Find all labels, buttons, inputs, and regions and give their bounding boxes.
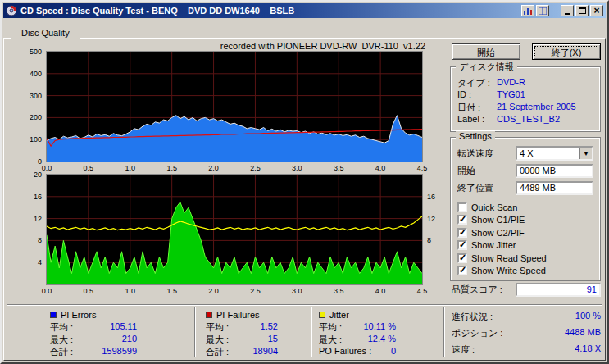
end-position-label: 終了位置 bbox=[457, 182, 493, 194]
settings-title: Settings bbox=[456, 131, 495, 141]
grid-icon bbox=[539, 7, 547, 15]
disc-info-row: ID : TYG01 bbox=[457, 89, 593, 102]
checkbox-label: Show C1/PIE bbox=[471, 215, 525, 225]
check-icon: ✓ bbox=[459, 227, 466, 238]
start-position-input[interactable]: 0000 MB bbox=[516, 164, 593, 178]
disc-info-group: ディスク情報 タイプ : DVD-R ID : TYG01 日付 : 21 Se… bbox=[450, 66, 601, 132]
checkbox-show-jitter[interactable]: ✓ Show Jitter bbox=[457, 239, 600, 253]
end-position-row: 終了位置 4489 MB bbox=[457, 181, 593, 195]
stat-label: 最大 : bbox=[319, 334, 342, 346]
disc-info-rows: タイプ : DVD-R ID : TYG01 日付 : 21 September… bbox=[451, 67, 600, 126]
checkbox-show-c2-pif[interactable]: ✓ Show C2/PIF bbox=[457, 226, 600, 239]
speed-setting-row: 転送速度 4 X ▼ bbox=[457, 146, 593, 161]
settings-group: Settings 転送速度 4 X ▼ 開始 0000 MB 終了位置 4489… bbox=[450, 137, 601, 281]
start-position-label: 開始 bbox=[457, 165, 475, 177]
stat-row: 平均 : 105.11 bbox=[50, 321, 137, 334]
control-panel: 開始 終了(X) ディスク情報 タイプ : DVD-R ID : TYG01 日… bbox=[448, 39, 602, 360]
graph-view-button[interactable] bbox=[521, 5, 534, 16]
stat-value: 12.4 % bbox=[368, 334, 396, 346]
window-title: CD Speed : Disc Quality Test - BENQ DVD … bbox=[20, 6, 518, 16]
action-buttons: 開始 終了(X) bbox=[452, 43, 601, 60]
content-panel: recorded with PIONEER DVD-RW DVR-110 v1.… bbox=[3, 38, 606, 361]
checkbox-label: Show Jitter bbox=[471, 240, 516, 250]
stat-label: 合計 : bbox=[50, 346, 73, 358]
check-icon: ✓ bbox=[459, 239, 466, 250]
pi-errors-y-axis-right bbox=[425, 52, 443, 162]
pi-errors-x-axis: 0.00.51.01.52.02.53.03.54.04.5 bbox=[47, 164, 422, 174]
end-position-input[interactable]: 4489 MB bbox=[516, 181, 593, 195]
disc-date-value: 21 September 2005 bbox=[497, 102, 576, 114]
bar-chart-icon bbox=[524, 7, 532, 15]
stat-label: PO Failures : bbox=[319, 346, 371, 358]
titlebar[interactable]: CD Speed : Disc Quality Test - BENQ DVD … bbox=[3, 3, 606, 18]
stat-value: 0 bbox=[391, 346, 396, 358]
pi-failures-plot bbox=[47, 175, 422, 284]
recorded-with-label: recorded with PIONEER DVD-RW DVR-110 v1.… bbox=[6, 41, 425, 51]
quality-score-value: 91 bbox=[516, 283, 601, 297]
pi-errors-swatch bbox=[50, 312, 57, 318]
checkbox-box[interactable]: ✓ bbox=[457, 202, 467, 212]
position-row: ポジション : 4488 MB bbox=[452, 327, 601, 342]
speed-selected-value: 4 X bbox=[517, 148, 579, 159]
pi-errors-plot bbox=[47, 52, 422, 162]
start-position-row: 開始 0000 MB bbox=[457, 164, 593, 178]
stat-label: 最大 : bbox=[206, 334, 229, 346]
stat-value: 1598599 bbox=[102, 346, 137, 358]
progress-label: 進行状況 : bbox=[452, 311, 493, 325]
disc-info-row: タイプ : DVD-R bbox=[457, 77, 593, 89]
checkbox-box[interactable]: ✓ bbox=[457, 253, 467, 263]
speed-readout-value: 4.18 X bbox=[575, 344, 601, 358]
checkbox-show-c1-pie[interactable]: ✓ Show C1/PIE bbox=[457, 214, 600, 227]
stat-value: 15 bbox=[268, 334, 278, 346]
checkbox-box[interactable]: ✓ bbox=[457, 240, 467, 250]
speed-label: 転送速度 bbox=[457, 148, 493, 160]
stat-label: 平均 : bbox=[50, 321, 73, 334]
tab-label: Disc Quality bbox=[21, 28, 70, 38]
disc-label-value: CDS_TEST_B2 bbox=[497, 114, 560, 126]
tab-disc-quality[interactable]: Disc Quality bbox=[11, 25, 80, 40]
exit-button[interactable]: 終了(X) bbox=[532, 43, 601, 60]
stats-separator-1 bbox=[194, 307, 196, 357]
pi-failures-y-axis-right: 16128 bbox=[425, 175, 443, 284]
stats-jitter-header: Jitter bbox=[319, 309, 396, 321]
close-button[interactable]: × bbox=[590, 5, 603, 16]
disc-info-title: ディスク情報 bbox=[456, 61, 517, 73]
stat-label: 最大 : bbox=[50, 334, 73, 346]
checkbox-box[interactable]: ✓ bbox=[457, 228, 467, 238]
stat-row: PO Failures : 0 bbox=[319, 346, 396, 358]
checkbox-show-read-speed[interactable]: ✓ Show Read Speed bbox=[457, 252, 600, 265]
disc-label-label: Label : bbox=[457, 114, 497, 126]
close-icon: × bbox=[593, 6, 599, 16]
checkbox-show-write-speed[interactable]: ✓ Show Write Speed bbox=[457, 265, 600, 278]
chevron-down-icon: ▼ bbox=[583, 150, 589, 157]
stats-jitter: Jitter 平均 : 10.11 % 最大 : 12.4 % PO Failu… bbox=[319, 309, 396, 358]
stat-label: 平均 : bbox=[319, 321, 342, 334]
stats-pi-errors-header: PI Errors bbox=[50, 309, 137, 321]
pi-failures-chart: 20161284 16128 0.00.51.01.52.02.53.03.54… bbox=[24, 175, 443, 298]
maximize-icon bbox=[579, 7, 586, 14]
combo-dropdown-button[interactable]: ▼ bbox=[579, 148, 592, 159]
stat-label: 平均 : bbox=[206, 321, 229, 334]
maximize-button[interactable] bbox=[575, 5, 589, 16]
stat-row: 合計 : 1598599 bbox=[50, 346, 137, 358]
checkbox-box[interactable]: ✓ bbox=[457, 266, 467, 275]
speed-row: 速度 : 4.18 X bbox=[452, 344, 601, 358]
position-value: 4488 MB bbox=[565, 327, 601, 342]
position-label: ポジション : bbox=[452, 327, 502, 342]
checkbox-label: Quick Scan bbox=[471, 202, 517, 212]
stat-label: 合計 : bbox=[206, 346, 229, 358]
speed-select[interactable]: 4 X ▼ bbox=[516, 146, 593, 161]
quality-score-row: 品質スコア : 91 bbox=[452, 283, 601, 297]
data-view-button[interactable] bbox=[536, 5, 549, 16]
progress-row: 進行状況 : 100 % bbox=[452, 311, 601, 325]
stat-row: 平均 : 10.11 % bbox=[319, 321, 396, 334]
stat-value: 1.52 bbox=[261, 321, 278, 334]
start-button[interactable]: 開始 bbox=[452, 43, 520, 60]
minimize-button[interactable] bbox=[561, 5, 574, 16]
checkbox-box[interactable]: ✓ bbox=[457, 215, 467, 225]
disc-type-label: タイプ : bbox=[457, 77, 497, 89]
checkbox-quick-scan[interactable]: ✓ Quick Scan bbox=[457, 201, 600, 214]
disc-info-row: 日付 : 21 September 2005 bbox=[457, 102, 593, 114]
stat-value: 210 bbox=[122, 334, 137, 346]
checkbox-list: ✓ Quick Scan ✓ Show C1/PIE ✓ Show C2/PIF… bbox=[457, 201, 600, 277]
